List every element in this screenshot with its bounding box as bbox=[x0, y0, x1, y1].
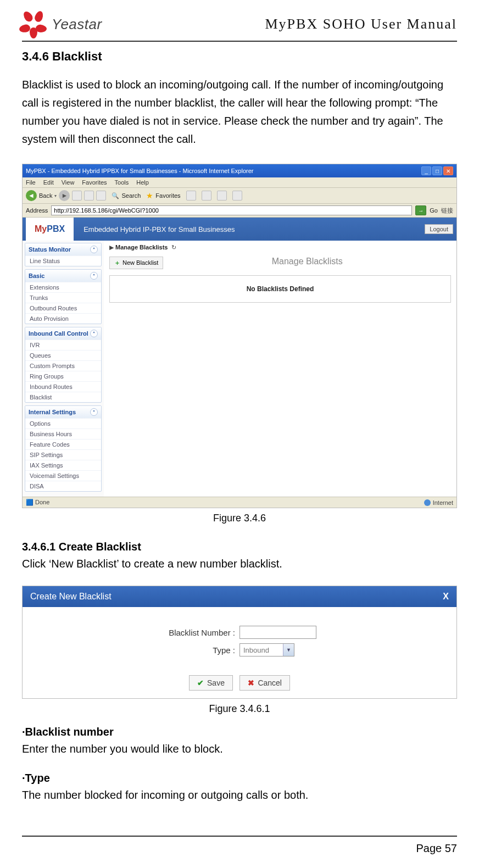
stop-icon[interactable] bbox=[72, 191, 82, 201]
browser-toolbar: ◄ Back ▾ ► 🔍 Search ★ Favorites bbox=[23, 188, 456, 204]
zone-text: Internet bbox=[433, 499, 453, 506]
sidebar-head-status-monitor[interactable]: Status Monitor bbox=[29, 246, 71, 253]
figure-3-4-6-1: Create New Blacklist X Blacklist Number … bbox=[22, 586, 457, 699]
modal-title: Create New Blacklist bbox=[30, 592, 112, 602]
logo-icon bbox=[22, 11, 48, 37]
window-title: MyPBX - Embedded Hybrid IPPBX for Small … bbox=[26, 168, 254, 174]
figure-3-4-6: MyPBX - Embedded Hybrid IPPBX for Small … bbox=[22, 164, 457, 508]
field-heading-type: ·Type bbox=[22, 772, 457, 784]
sidebar-item-extensions[interactable]: Extensions bbox=[25, 282, 101, 292]
brand-logo: Yeastar bbox=[22, 11, 102, 37]
new-blacklist-button[interactable]: ＋New Blacklist bbox=[109, 257, 163, 269]
type-label: Type : bbox=[70, 646, 235, 655]
blacklist-number-input[interactable] bbox=[239, 626, 316, 639]
cancel-button[interactable]: ✖Cancel bbox=[239, 675, 290, 691]
plus-icon: ＋ bbox=[114, 259, 120, 267]
sidebar-item-line-status[interactable]: Line Status bbox=[25, 255, 101, 266]
modal-body: Blacklist Number : Type : Inbound ▼ bbox=[23, 607, 456, 671]
app-banner: MyPBX Embedded Hybrid IP-PBX for Small B… bbox=[23, 218, 456, 241]
home-icon[interactable] bbox=[96, 191, 106, 201]
empty-state: No Blacklists Defined bbox=[109, 275, 451, 303]
sidebar-item-disa[interactable]: DISA bbox=[25, 481, 101, 491]
brand-text: Yeastar bbox=[52, 16, 102, 33]
breadcrumb: ▶ Manage Blacklists ↻ bbox=[109, 244, 451, 251]
sidebar-item-voicemail-settings[interactable]: Voicemail Settings bbox=[25, 470, 101, 481]
history-icon[interactable] bbox=[186, 191, 196, 201]
chevron-down-icon: ▼ bbox=[283, 644, 294, 656]
go-button[interactable]: → bbox=[415, 205, 426, 215]
save-button[interactable]: ✔Save bbox=[189, 675, 233, 691]
status-bar: 🟦 Done Internet bbox=[23, 497, 456, 508]
sidebar-item-trunks[interactable]: Trunks bbox=[25, 292, 101, 303]
back-button[interactable]: ◄ bbox=[26, 190, 37, 201]
field-text-blacklist-number: Enter the number you would like to block… bbox=[22, 741, 457, 758]
sidebar-head-inbound-call-control[interactable]: Inbound Call Control bbox=[29, 330, 88, 337]
links-label: 链接 bbox=[441, 207, 453, 215]
sidebar-item-ivr[interactable]: IVR bbox=[25, 340, 101, 350]
doc-title: MyPBX SOHO User Manual bbox=[265, 16, 458, 32]
logout-button[interactable]: Logout bbox=[425, 224, 453, 234]
window-titlebar: MyPBX - Embedded Hybrid IPPBX for Small … bbox=[23, 164, 456, 177]
sidebar-head-internal-settings[interactable]: Internal Settings bbox=[29, 409, 76, 415]
favorites-label: Favorites bbox=[155, 192, 180, 199]
sidebar-item-auto-provision[interactable]: Auto Provision bbox=[25, 313, 101, 324]
figure-caption-2: Figure 3.4.6.1 bbox=[22, 703, 457, 715]
menu-item[interactable]: Tools bbox=[115, 179, 129, 186]
collapse-icon[interactable]: ˄ bbox=[90, 408, 98, 416]
go-label: Go bbox=[430, 207, 438, 214]
subsection-heading: 3.4.6.1 Create Blacklist bbox=[22, 541, 457, 553]
sidebar-item-outbound-routes[interactable]: Outbound Routes bbox=[25, 303, 101, 313]
sidebar-item-queues[interactable]: Queues bbox=[25, 350, 101, 360]
edit-icon[interactable] bbox=[232, 191, 242, 201]
search-icon[interactable]: 🔍 bbox=[112, 192, 119, 199]
type-select[interactable]: Inbound ▼ bbox=[239, 643, 294, 656]
collapse-icon[interactable]: ˄ bbox=[90, 246, 98, 253]
sidebar-item-inbound-routes[interactable]: Inbound Routes bbox=[25, 381, 101, 392]
collapse-icon[interactable]: ˄ bbox=[90, 272, 98, 280]
collapse-icon[interactable]: ˄ bbox=[90, 330, 98, 337]
section-intro: Blacklist is used to block an incoming/o… bbox=[22, 76, 457, 148]
forward-button[interactable]: ► bbox=[59, 190, 70, 201]
modal-actions: ✔Save ✖Cancel bbox=[23, 671, 456, 698]
modal-titlebar: Create New Blacklist X bbox=[23, 586, 456, 607]
field-heading-blacklist-number: ·Blacklist number bbox=[22, 726, 457, 738]
address-input[interactable] bbox=[51, 205, 412, 215]
print-icon[interactable] bbox=[217, 191, 227, 201]
page-number: Page 57 bbox=[22, 842, 457, 855]
field-text-type: The number blocked for incoming or outgo… bbox=[22, 787, 457, 804]
mail-icon[interactable] bbox=[202, 191, 211, 201]
check-icon: ✔ bbox=[197, 678, 204, 687]
status-text: Done bbox=[35, 499, 49, 505]
header-divider bbox=[22, 41, 457, 42]
sidebar-item-iax-settings[interactable]: IAX Settings bbox=[25, 460, 101, 470]
sidebar-item-ring-groups[interactable]: Ring Groups bbox=[25, 371, 101, 381]
minimize-button[interactable]: _ bbox=[421, 166, 431, 175]
refresh-icon[interactable] bbox=[84, 191, 94, 201]
main-pane: ▶ Manage Blacklists ↻ ＋New Blacklist Man… bbox=[104, 241, 456, 497]
sidebar-item-business-hours[interactable]: Business Hours bbox=[25, 429, 101, 439]
x-icon: ✖ bbox=[248, 678, 254, 687]
menu-item[interactable]: File bbox=[26, 179, 36, 186]
menu-item[interactable]: Help bbox=[136, 179, 149, 186]
sidebar-item-feature-codes[interactable]: Feature Codes bbox=[25, 439, 101, 449]
menu-item[interactable]: Edit bbox=[43, 179, 54, 186]
close-button[interactable]: ✕ bbox=[443, 166, 453, 175]
page-footer: Page 57 bbox=[22, 836, 457, 855]
modal-close-button[interactable]: X bbox=[443, 592, 449, 602]
sidebar-item-custom-prompts[interactable]: Custom Prompts bbox=[25, 360, 101, 371]
sidebar-head-basic[interactable]: Basic bbox=[29, 272, 44, 279]
favorites-icon[interactable]: ★ bbox=[146, 191, 153, 200]
figure-caption: Figure 3.4.6 bbox=[22, 513, 457, 524]
sidebar-item-sip-settings[interactable]: SIP Settings bbox=[25, 449, 101, 460]
globe-icon bbox=[424, 499, 431, 506]
sidebar: Status Monitor˄ Line Status Basic˄ Exten… bbox=[23, 241, 104, 497]
menu-item[interactable]: Favorites bbox=[82, 179, 107, 186]
maximize-button[interactable]: □ bbox=[432, 166, 442, 175]
menu-item[interactable]: View bbox=[62, 179, 75, 186]
sidebar-item-options[interactable]: Options bbox=[25, 418, 101, 429]
sidebar-item-blacklist[interactable]: Blacklist bbox=[25, 392, 101, 402]
search-label: Search bbox=[121, 192, 141, 199]
page-title: Manage Blacklists bbox=[163, 257, 451, 266]
blacklist-number-label: Blacklist Number : bbox=[70, 628, 235, 637]
section-heading: 3.4.6 Blacklist bbox=[22, 49, 457, 64]
